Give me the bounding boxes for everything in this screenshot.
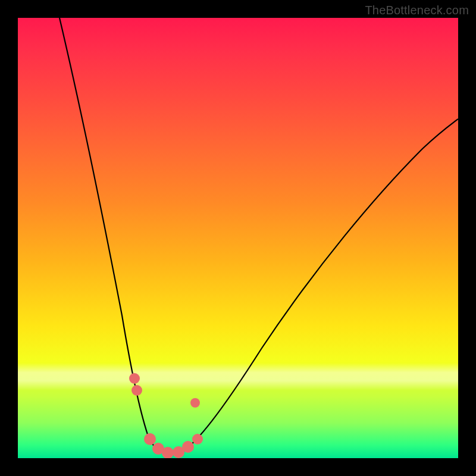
marker-dot — [182, 441, 194, 453]
marker-dot — [192, 434, 203, 444]
watermark-text: TheBottleneck.com — [365, 4, 469, 17]
marker-dot — [144, 433, 156, 445]
marker-dot — [129, 373, 140, 384]
marker-dot — [131, 385, 142, 396]
left-curve-path — [60, 18, 164, 452]
right-curve-path — [181, 119, 458, 452]
marker-group — [129, 373, 203, 458]
marker-dot — [190, 398, 200, 408]
chart-svg — [18, 18, 458, 458]
chart-frame — [18, 18, 458, 458]
